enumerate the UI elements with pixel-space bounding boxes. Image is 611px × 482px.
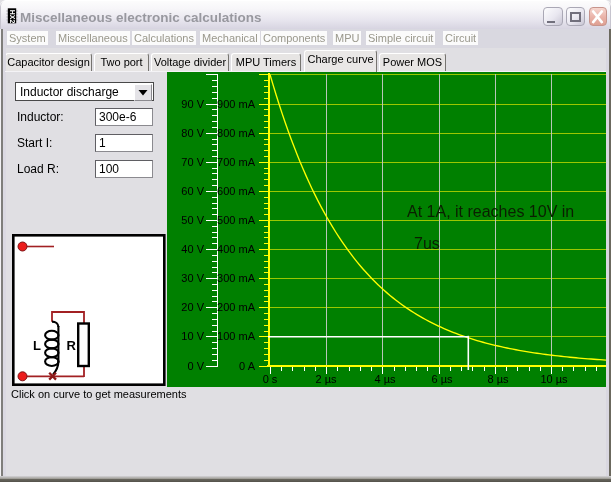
svg-text:HX2: HX2 (9, 10, 16, 24)
svg-text:0 s: 0 s (263, 373, 278, 385)
svg-text:90 V: 90 V (181, 98, 204, 110)
svg-text:L: L (33, 338, 41, 353)
svg-text:400 mA: 400 mA (217, 243, 256, 255)
svg-text:800 mA: 800 mA (217, 127, 256, 139)
svg-text:70 V: 70 V (181, 156, 204, 168)
svg-text:500 mA: 500 mA (217, 214, 256, 226)
svg-text:7us: 7us (414, 235, 440, 252)
svg-text:200 mA: 200 mA (217, 301, 256, 313)
svg-text:100 mA: 100 mA (217, 330, 256, 342)
svg-text:600 mA: 600 mA (217, 185, 256, 197)
svg-text:R: R (67, 338, 77, 353)
svg-text:20 V: 20 V (181, 301, 204, 313)
svg-text:At 1A, it reaches 10V in: At 1A, it reaches 10V in (407, 203, 574, 220)
svg-text:80 V: 80 V (181, 127, 204, 139)
svg-text:300 mA: 300 mA (217, 272, 256, 284)
svg-text:900 mA: 900 mA (217, 98, 256, 110)
svg-text:0 A: 0 A (239, 360, 256, 372)
svg-text:40 V: 40 V (181, 243, 204, 255)
svg-text:10 µs: 10 µs (540, 373, 568, 385)
svg-text:8 µs: 8 µs (487, 373, 509, 385)
svg-text:700 mA: 700 mA (217, 156, 256, 168)
svg-text:60 V: 60 V (181, 185, 204, 197)
svg-text:30 V: 30 V (181, 272, 204, 284)
svg-text:4 µs: 4 µs (374, 373, 396, 385)
svg-text:2 µs: 2 µs (315, 373, 337, 385)
svg-text:10 V: 10 V (181, 330, 204, 342)
svg-text:50 V: 50 V (181, 214, 204, 226)
svg-text:6 µs: 6 µs (431, 373, 453, 385)
svg-text:0 V: 0 V (187, 360, 204, 372)
